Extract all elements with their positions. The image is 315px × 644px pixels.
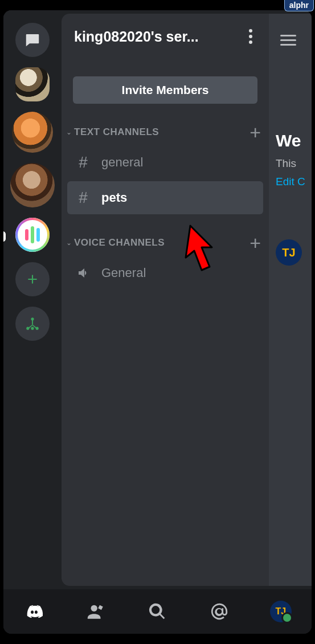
panel-header: king082020's ser... bbox=[62, 14, 269, 59]
avatar-initials: TJ bbox=[282, 246, 295, 259]
svg-point-2 bbox=[31, 327, 34, 330]
app-frame: ✦ king082020's ser... Invite Members ⌄ T… bbox=[3, 10, 312, 634]
peek-subtitle: This bbox=[276, 157, 312, 170]
search-icon bbox=[148, 602, 167, 621]
server-more-button[interactable] bbox=[239, 25, 262, 48]
tab-search[interactable] bbox=[140, 597, 174, 626]
peek-avatar[interactable]: TJ bbox=[276, 239, 302, 266]
speaker-icon bbox=[75, 266, 91, 280]
svg-point-0 bbox=[31, 317, 34, 320]
chevron-down-icon: ⌄ bbox=[66, 239, 72, 247]
watermark-badge: alphr bbox=[284, 0, 314, 11]
discover-button[interactable]: ✦ bbox=[15, 307, 50, 341]
svg-point-4 bbox=[91, 605, 97, 612]
network-icon bbox=[24, 316, 40, 332]
server-selection-indicator bbox=[3, 231, 6, 242]
at-sign-icon bbox=[210, 602, 229, 621]
chevron-down-icon: ⌄ bbox=[66, 128, 72, 136]
server-title[interactable]: king082020's ser... bbox=[74, 28, 239, 45]
add-voice-channel-button[interactable]: + bbox=[249, 237, 261, 248]
dm-button[interactable] bbox=[15, 23, 50, 57]
section-header-voice[interactable]: ⌄ VOICE CHANNELS + bbox=[62, 231, 269, 254]
hamburger-menu-button[interactable] bbox=[280, 28, 303, 51]
chat-peek-panel: We This Edit C TJ bbox=[269, 14, 312, 586]
hamburger-icon bbox=[280, 35, 296, 36]
add-server-button[interactable] bbox=[15, 262, 50, 296]
peek-heading: We bbox=[276, 131, 312, 150]
main-layers: ✦ king082020's ser... Invite Members ⌄ T… bbox=[3, 10, 312, 589]
channel-pets[interactable]: # pets bbox=[67, 181, 263, 214]
bottom-tab-bar: TJ bbox=[3, 589, 312, 634]
hash-icon: # bbox=[75, 189, 91, 207]
more-vertical-icon bbox=[249, 29, 252, 32]
channel-panel: king082020's ser... Invite Members ⌄ TEX… bbox=[62, 14, 269, 586]
profile-avatar: TJ bbox=[270, 601, 292, 622]
tab-home[interactable] bbox=[17, 597, 51, 626]
tab-profile[interactable]: TJ bbox=[264, 597, 298, 626]
server-avatar-0[interactable] bbox=[15, 67, 50, 101]
add-text-channel-button[interactable]: + bbox=[249, 127, 261, 138]
section-header-text[interactable]: ⌄ TEXT CHANNELS + bbox=[62, 121, 269, 144]
discord-logo-icon bbox=[24, 602, 44, 621]
voice-channel-label: General bbox=[101, 266, 146, 280]
channel-general[interactable]: # general bbox=[67, 146, 263, 179]
server-avatar-1[interactable] bbox=[12, 112, 53, 153]
tab-mentions[interactable] bbox=[202, 597, 236, 626]
tab-friends[interactable] bbox=[79, 597, 113, 626]
channel-label: pets bbox=[101, 190, 127, 205]
voice-bars-icon bbox=[18, 220, 47, 250]
plus-icon bbox=[25, 272, 40, 287]
section-title-text: TEXT CHANNELS bbox=[74, 127, 249, 138]
invite-members-label: Invite Members bbox=[122, 83, 209, 97]
channel-label: general bbox=[101, 155, 143, 170]
avatar-initials: TJ bbox=[276, 606, 287, 617]
edit-channel-link[interactable]: Edit C bbox=[276, 176, 312, 188]
voice-channel-general[interactable]: General bbox=[67, 256, 263, 290]
friend-wave-icon bbox=[86, 602, 105, 621]
server-rail: ✦ bbox=[3, 10, 62, 589]
sparkle-icon: ✦ bbox=[43, 307, 50, 313]
server-avatar-3[interactable] bbox=[15, 218, 50, 252]
chat-bubble-icon bbox=[24, 31, 41, 48]
hash-icon: # bbox=[75, 153, 91, 172]
section-title-voice: VOICE CHANNELS bbox=[74, 237, 249, 248]
server-avatar-2[interactable] bbox=[10, 163, 55, 207]
invite-members-button[interactable]: Invite Members bbox=[73, 76, 257, 104]
